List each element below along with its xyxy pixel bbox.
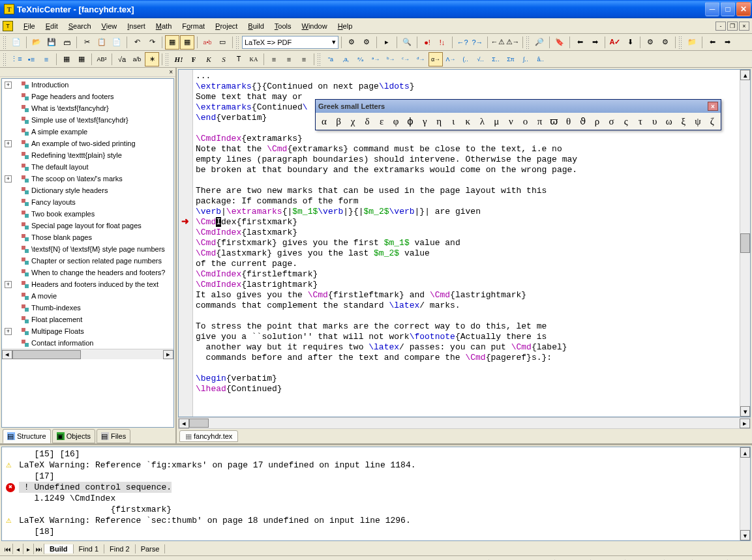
italic-button[interactable]: K: [202, 52, 216, 66]
paste-button[interactable]: 📄: [110, 35, 124, 50]
save-button[interactable]: 💾: [44, 35, 59, 50]
list-desc-button[interactable]: ≡: [39, 52, 53, 66]
prev-warn-button[interactable]: ←⚠: [490, 35, 505, 50]
menu-insert[interactable]: Insert: [122, 20, 151, 32]
close-button[interactable]: ✕: [736, 2, 751, 16]
menu-project[interactable]: Project: [210, 20, 243, 32]
build-button[interactable]: ⚙: [344, 35, 359, 50]
options-button[interactable]: ⚙: [643, 35, 657, 50]
out-tab-find2[interactable]: Find 2: [104, 544, 136, 553]
align-right-button[interactable]: ≡: [297, 52, 311, 66]
tree-item[interactable]: +Introduction: [2, 79, 173, 91]
menu-search[interactable]: Search: [63, 20, 97, 32]
list-item-button[interactable]: •≡: [24, 52, 38, 66]
tree-item[interactable]: +An example of two-sided printing: [2, 138, 173, 149]
math-tilde-button[interactable]: ᵃ→: [368, 52, 383, 66]
bold-button[interactable]: F: [187, 52, 201, 66]
editor-hscrollbar[interactable]: ◂ ▸: [178, 417, 751, 429]
spell-button[interactable]: A✓: [608, 35, 622, 50]
tree-item[interactable]: The default layout: [2, 161, 173, 173]
math-int-button[interactable]: ∫‥: [519, 52, 533, 66]
tab-files[interactable]: ▤Files: [97, 429, 130, 443]
slanted-button[interactable]: S: [217, 52, 231, 66]
sqrt-button[interactable]: √a: [115, 52, 129, 66]
tree-item[interactable]: Chapter or section related page numbers: [2, 255, 173, 267]
italic-heading-button[interactable]: H!: [172, 52, 186, 66]
math-hat-button[interactable]: ᵃ⁄ₐ: [353, 52, 368, 66]
tree-item[interactable]: Those blank pages: [2, 231, 173, 243]
greek-letter-button[interactable]: κ: [460, 114, 475, 128]
mdi-icon[interactable]: T: [3, 21, 13, 31]
tree-item[interactable]: Thumb-indexes: [2, 302, 173, 314]
out-nav-next[interactable]: ▸: [23, 544, 34, 554]
frac-button[interactable]: a/b: [130, 52, 144, 66]
tree-item[interactable]: Contact information: [2, 337, 173, 349]
eq-button[interactable]: ∗: [145, 52, 159, 66]
greek-letter-button[interactable]: ν: [504, 114, 518, 128]
build-output[interactable]: [15] [16] LaTeX Warning: Reference `fig:…: [1, 447, 751, 541]
tree-item[interactable]: Simple use of \textsf{fancyhdr}: [2, 114, 173, 126]
tree-item[interactable]: When to change the headers and footers?: [2, 267, 173, 278]
view-output-button[interactable]: 🔍: [400, 35, 414, 50]
cut-button[interactable]: ✂: [80, 35, 94, 50]
tree-item[interactable]: Special page layout for float pages: [2, 220, 173, 231]
math-sub-button[interactable]: ,a‚: [338, 52, 353, 66]
align-center-button[interactable]: ≡: [282, 52, 296, 66]
greek-letter-button[interactable]: τ: [633, 114, 648, 128]
pnav-next-button[interactable]: ➡: [720, 35, 734, 50]
bm-next-button[interactable]: ➡: [588, 35, 602, 50]
output-error[interactable]: ! Undefined control sequence.: [3, 482, 749, 493]
align-left-button[interactable]: ≡: [267, 52, 281, 66]
tree-item[interactable]: A simple example: [2, 126, 173, 138]
menu-view[interactable]: View: [97, 20, 123, 32]
maximize-button[interactable]: □: [721, 2, 735, 16]
greek-letters-panel[interactable]: Greek small Letters × αβχδεφϕγηικλμνoπϖθ…: [315, 99, 721, 130]
greek-letter-button[interactable]: ϑ: [576, 114, 590, 128]
tree-item[interactable]: Float placement: [2, 314, 173, 325]
out-nav-first[interactable]: ⏮: [3, 544, 13, 554]
tree-item[interactable]: What is \textsf{fancyhdr}: [2, 102, 173, 114]
greek-letter-button[interactable]: ς: [619, 114, 633, 128]
pnav-prev-button[interactable]: ⬅: [705, 35, 719, 50]
tab-structure[interactable]: ▤Structure: [3, 429, 51, 443]
out-nav-last[interactable]: ⏭: [34, 544, 44, 554]
menu-edit[interactable]: Edit: [40, 20, 63, 32]
bookmark-button[interactable]: 🔖: [552, 35, 567, 50]
abc-check-button[interactable]: AB²: [95, 52, 109, 66]
expand-icon[interactable]: +: [5, 140, 12, 147]
menu-build[interactable]: Build: [243, 20, 269, 32]
greek-letter-button[interactable]: η: [432, 114, 446, 128]
structure-tree[interactable]: +IntroductionPage headers and footersWha…: [1, 78, 174, 428]
greek-letter-button[interactable]: ω: [662, 114, 676, 128]
tree-item[interactable]: A movie: [2, 290, 173, 302]
greek-letter-button[interactable]: υ: [648, 114, 662, 128]
mdi-restore[interactable]: ❐: [727, 22, 738, 31]
bm-prev-button[interactable]: ⬅: [573, 35, 587, 50]
greek-letter-button[interactable]: φ: [389, 114, 403, 128]
tree-item[interactable]: +The scoop on \latex/'s marks: [2, 173, 173, 184]
greek-letter-button[interactable]: ϖ: [547, 114, 562, 128]
tabular-button[interactable]: ▦: [59, 52, 74, 66]
tab-objects[interactable]: ▣Objects: [52, 429, 95, 443]
toggle-b-button[interactable]: ▦: [180, 35, 194, 50]
greek-letter-button[interactable]: ρ: [590, 114, 605, 128]
sidebar-close-icon[interactable]: ×: [169, 68, 173, 76]
greek-letter-button[interactable]: ξ: [676, 114, 691, 128]
math-vec-button[interactable]: ᶜ→: [399, 52, 413, 66]
copy-button[interactable]: 📋: [95, 35, 109, 50]
menu-help[interactable]: Help: [333, 20, 358, 32]
math-bar-button[interactable]: ᵇ→: [384, 52, 398, 66]
greek-letter-button[interactable]: α: [317, 114, 331, 128]
greek-letter-button[interactable]: o: [518, 114, 532, 128]
tree-item[interactable]: +Multipage Floats: [2, 325, 173, 337]
toggle-a-button[interactable]: ▦: [165, 35, 179, 50]
greek-letter-button[interactable]: σ: [605, 114, 619, 128]
output-warning[interactable]: LaTeX Warning: Reference `fig:xmarks' on…: [3, 460, 749, 471]
greek-letter-button[interactable]: ι: [446, 114, 460, 128]
expand-icon[interactable]: +: [5, 81, 12, 89]
expand-icon[interactable]: +: [5, 175, 12, 183]
greek-letter-button[interactable]: π: [532, 114, 547, 128]
math-sum-button[interactable]: Σ‥: [489, 52, 503, 66]
math-hat2-button[interactable]: â‥: [534, 52, 548, 66]
greek-letter-button[interactable]: θ: [562, 114, 576, 128]
